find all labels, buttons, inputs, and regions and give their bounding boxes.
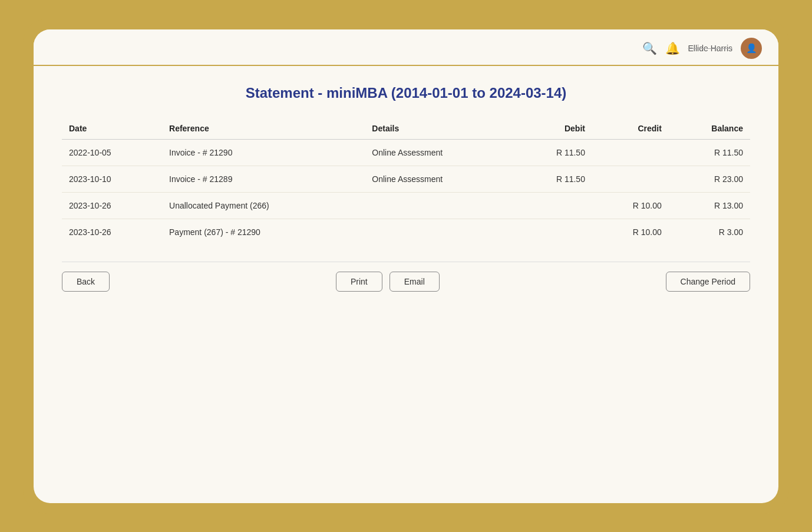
outer-frame: 🔍 🔔 Ellide Harris 👤 Statement - miniMBA …: [23, 19, 789, 514]
cell-credit: R 10.00: [592, 192, 669, 219]
table-row: 2023-10-10Invoice - # 21289Online Assess…: [62, 166, 750, 192]
actions-center: Print Email: [336, 272, 440, 292]
cell-reference: Payment (267) - # 21290: [162, 219, 365, 245]
col-balance: Balance: [669, 119, 750, 140]
col-details: Details: [365, 119, 516, 140]
top-bar: 🔍 🔔 Ellide Harris 👤: [34, 29, 778, 66]
table-header-row: Date Reference Details Debit Credit Bala…: [62, 119, 750, 140]
back-button[interactable]: Back: [62, 272, 110, 292]
bell-icon[interactable]: 🔔: [665, 41, 680, 55]
cell-details: Online Assessment: [365, 166, 516, 192]
cell-debit: R 11.50: [516, 139, 592, 166]
table-row: 2023-10-26Unallocated Payment (266)R 10.…: [62, 192, 750, 219]
cell-details: [365, 192, 516, 219]
main-content: Statement - miniMBA (2014-01-01 to 2024-…: [34, 66, 778, 503]
table-row: 2022-10-05Invoice - # 21290Online Assess…: [62, 139, 750, 166]
actions-row: Back Print Email Change Period: [62, 262, 750, 292]
avatar: 👤: [741, 38, 762, 59]
cell-credit: [592, 166, 669, 192]
inner-card: 🔍 🔔 Ellide Harris 👤 Statement - miniMBA …: [34, 29, 778, 503]
cell-date: 2022-10-05: [62, 139, 162, 166]
cell-date: 2023-10-26: [62, 192, 162, 219]
cell-balance: R 11.50: [669, 139, 750, 166]
cell-reference: Invoice - # 21289: [162, 166, 365, 192]
cell-balance: R 3.00: [669, 219, 750, 245]
cell-reference: Unallocated Payment (266): [162, 192, 365, 219]
page-title: Statement - miniMBA (2014-01-01 to 2024-…: [62, 85, 750, 101]
cell-details: [365, 219, 516, 245]
email-button[interactable]: Email: [390, 272, 440, 292]
cell-debit: R 11.50: [516, 166, 592, 192]
col-reference: Reference: [162, 119, 365, 140]
cell-date: 2023-10-26: [62, 219, 162, 245]
statement-table: Date Reference Details Debit Credit Bala…: [62, 119, 750, 245]
cell-reference: Invoice - # 21290: [162, 139, 365, 166]
cell-credit: R 10.00: [592, 219, 669, 245]
cell-date: 2023-10-10: [62, 166, 162, 192]
print-button[interactable]: Print: [336, 272, 382, 292]
search-icon[interactable]: 🔍: [642, 41, 657, 55]
change-period-button[interactable]: Change Period: [666, 272, 750, 292]
user-name: Ellide Harris: [688, 44, 732, 53]
table-row: 2023-10-26Payment (267) - # 21290R 10.00…: [62, 219, 750, 245]
cell-balance: R 13.00: [669, 192, 750, 219]
cell-debit: [516, 192, 592, 219]
col-credit: Credit: [592, 119, 669, 140]
cell-details: Online Assessment: [365, 139, 516, 166]
cell-debit: [516, 219, 592, 245]
cell-credit: [592, 139, 669, 166]
col-debit: Debit: [516, 119, 592, 140]
cell-balance: R 23.00: [669, 166, 750, 192]
col-date: Date: [62, 119, 162, 140]
avatar-initials: 👤: [746, 43, 757, 54]
